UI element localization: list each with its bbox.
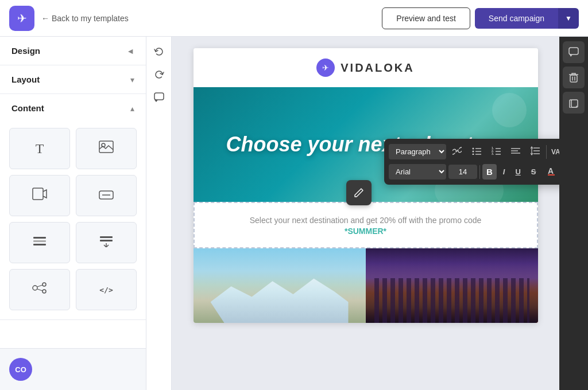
- strikethrough-button[interactable]: S: [527, 165, 540, 179]
- divider-tool-icon: [32, 235, 47, 251]
- layout-label: Layout: [11, 75, 40, 84]
- italic-button[interactable]: I: [499, 165, 509, 179]
- logo-icon: ✈: [17, 11, 27, 25]
- unordered-list-button[interactable]: [468, 144, 485, 159]
- city-image[interactable]: [366, 248, 538, 323]
- canvas-wrapper: ✈ VIDALOKA Choose your next adventure Se…: [146, 37, 588, 390]
- design-label: Design: [11, 46, 40, 56]
- align-button[interactable]: [507, 144, 524, 159]
- right-copy-button[interactable]: [563, 92, 585, 114]
- comment-button[interactable]: [149, 87, 169, 108]
- logo: ✈: [9, 6, 34, 31]
- layout-section: Layout ▾: [0, 65, 146, 94]
- layout-section-header[interactable]: Layout ▾: [0, 65, 146, 93]
- header-left: ✈ ← Back to my templates: [9, 6, 129, 31]
- svg-rect-9: [100, 240, 113, 241]
- import-tool[interactable]: [76, 222, 137, 263]
- promo-section[interactable]: Select your next destination and get 20%…: [194, 202, 538, 248]
- back-link[interactable]: ← Back to my templates: [41, 14, 129, 23]
- content-label: Content: [11, 103, 44, 113]
- svg-point-11: [33, 286, 37, 290]
- right-comment-button[interactable]: [563, 41, 585, 63]
- import-tool-icon: [99, 235, 114, 251]
- line-height-button[interactable]: [527, 143, 544, 160]
- text-tool[interactable]: T: [9, 128, 70, 169]
- avatar-initials: CO: [15, 365, 26, 374]
- design-section-header[interactable]: Design ◄: [0, 37, 146, 65]
- email-header-bar: ✈ VIDALOKA: [194, 48, 538, 87]
- va-label: VA: [549, 148, 559, 156]
- svg-point-19: [473, 154, 474, 155]
- content-section: Content ▴ T: [0, 94, 146, 320]
- content-collapse-icon: ▴: [130, 104, 134, 113]
- text-fill-button[interactable]: A: [543, 163, 559, 180]
- sidebar: Design ◄ Layout ▾ Content ▴ T: [0, 37, 146, 390]
- toolbar-strip: [146, 37, 172, 390]
- svg-rect-39: [570, 75, 577, 82]
- svg-point-13: [42, 290, 46, 293]
- link-button[interactable]: [448, 143, 466, 160]
- main-layout: Design ◄ Layout ▾ Content ▴ T: [0, 37, 588, 390]
- button-tool-icon: [99, 188, 114, 203]
- video-tool[interactable]: [9, 175, 70, 216]
- glacier-image[interactable]: [194, 248, 366, 323]
- format-divider-3: [479, 165, 480, 179]
- html-tool-icon: </>: [99, 286, 113, 294]
- brand-icon: ✈: [316, 58, 335, 77]
- image-grid: [194, 248, 538, 323]
- svg-line-15: [37, 289, 42, 291]
- font-select[interactable]: Arial: [389, 164, 446, 180]
- edit-fab-button[interactable]: [346, 180, 372, 205]
- font-size-input[interactable]: [448, 165, 477, 179]
- preview-button[interactable]: Preview and test: [382, 7, 470, 29]
- html-tool[interactable]: </>: [76, 269, 137, 310]
- canvas-scroll[interactable]: ✈ VIDALOKA Choose your next adventure Se…: [172, 37, 559, 390]
- brand-icon-symbol: ✈: [322, 63, 329, 72]
- promo-code: *SUMMER*: [206, 227, 525, 236]
- svg-rect-0: [99, 141, 113, 153]
- social-tool[interactable]: [9, 269, 70, 310]
- svg-line-14: [37, 285, 42, 287]
- svg-rect-8: [100, 236, 113, 238]
- right-actions-panel: [559, 37, 588, 390]
- paragraph-select[interactable]: Paragraph: [389, 144, 446, 159]
- svg-rect-6: [33, 240, 46, 242]
- avatar: CO: [9, 358, 32, 381]
- svg-rect-7: [33, 244, 46, 245]
- promo-text: Select your next destination and get 20%…: [206, 214, 525, 227]
- image-tool[interactable]: [76, 128, 137, 169]
- undo-button[interactable]: [149, 41, 169, 62]
- ordered-list-button[interactable]: 1. 2. 3.: [488, 144, 505, 159]
- svg-rect-37: [548, 174, 555, 176]
- brand-name: VIDALOKA: [341, 61, 414, 75]
- format-row-1: Paragraph: [389, 143, 559, 160]
- svg-point-12: [42, 283, 46, 286]
- svg-text:3.: 3.: [492, 152, 494, 155]
- format-row-2: Arial B I U S A: [389, 163, 559, 180]
- bold-button[interactable]: B: [482, 164, 497, 180]
- redo-button[interactable]: [149, 64, 169, 85]
- image-tool-icon: [99, 141, 114, 157]
- underline-button[interactable]: U: [511, 165, 524, 179]
- svg-text:A: A: [548, 166, 554, 176]
- svg-point-18: [473, 151, 474, 153]
- send-campaign-button[interactable]: Send campaign: [475, 8, 558, 29]
- divider-tool[interactable]: [9, 222, 70, 263]
- content-section-header[interactable]: Content ▴: [0, 94, 146, 122]
- svg-rect-38: [569, 48, 578, 54]
- format-toolbar: Paragraph: [384, 139, 559, 185]
- send-campaign-dropdown-button[interactable]: ▼: [558, 8, 579, 29]
- social-tool-icon: [32, 282, 47, 298]
- back-link-text: ← Back to my templates: [41, 14, 129, 23]
- svg-point-17: [473, 148, 474, 150]
- layout-expand-icon: ▾: [130, 75, 134, 84]
- button-tool[interactable]: [76, 175, 137, 216]
- design-section: Design ◄: [0, 37, 146, 65]
- send-campaign-group: Send campaign ▼: [475, 8, 579, 29]
- header-right: Preview and test Send campaign ▼: [382, 7, 579, 29]
- svg-rect-16: [154, 93, 164, 100]
- right-delete-button[interactable]: [563, 67, 585, 88]
- svg-rect-5: [33, 237, 46, 239]
- video-tool-icon: [32, 188, 47, 204]
- format-divider-1: [546, 145, 547, 159]
